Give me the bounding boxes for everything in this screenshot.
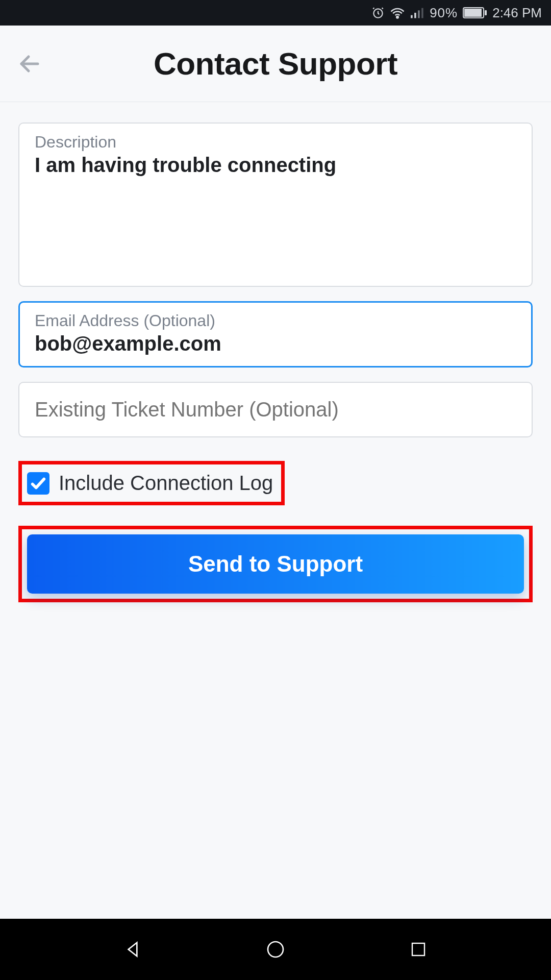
include-log-label: Include Connection Log: [59, 472, 273, 495]
nav-back-button[interactable]: [117, 934, 148, 965]
email-field[interactable]: Email Address (Optional): [18, 301, 533, 368]
battery-percent: 90%: [430, 5, 458, 21]
svg-rect-5: [421, 8, 423, 18]
wifi-icon: [390, 6, 405, 19]
svg-point-1: [396, 16, 398, 18]
checkmark-icon: [30, 475, 47, 492]
square-recent-icon: [409, 940, 428, 959]
svg-rect-8: [485, 10, 487, 15]
svg-rect-2: [411, 15, 413, 18]
svg-rect-11: [412, 943, 424, 955]
svg-rect-3: [414, 13, 416, 18]
description-field[interactable]: Description: [18, 122, 533, 287]
signal-icon: [410, 7, 424, 19]
send-to-support-button[interactable]: Send to Support: [27, 534, 524, 594]
include-log-highlight: Include Connection Log: [18, 461, 285, 505]
include-log-checkbox[interactable]: [27, 472, 49, 495]
nav-recent-button[interactable]: [403, 934, 434, 965]
email-input[interactable]: [35, 332, 516, 355]
status-time: 2:46 PM: [492, 5, 542, 21]
svg-rect-7: [464, 9, 482, 17]
alarm-icon: [371, 6, 385, 19]
nav-home-button[interactable]: [260, 934, 291, 965]
back-button[interactable]: [14, 48, 45, 79]
ticket-input[interactable]: [35, 398, 516, 421]
description-label: Description: [35, 133, 516, 152]
android-nav-bar: [0, 919, 551, 980]
app-header: Contact Support: [0, 26, 551, 102]
ticket-field[interactable]: [18, 382, 533, 437]
status-bar: 90% 2:46 PM: [0, 0, 551, 26]
battery-icon: [463, 7, 487, 18]
description-input[interactable]: [35, 154, 516, 276]
arrow-left-icon: [17, 52, 42, 76]
page-title: Contact Support: [0, 45, 551, 82]
svg-point-10: [268, 942, 283, 957]
circle-home-icon: [265, 939, 286, 960]
send-button-highlight: Send to Support: [18, 526, 533, 602]
triangle-back-icon: [122, 939, 143, 960]
form-content: Description Email Address (Optional) Inc…: [0, 102, 551, 602]
email-label: Email Address (Optional): [35, 311, 516, 330]
svg-rect-4: [418, 10, 420, 18]
